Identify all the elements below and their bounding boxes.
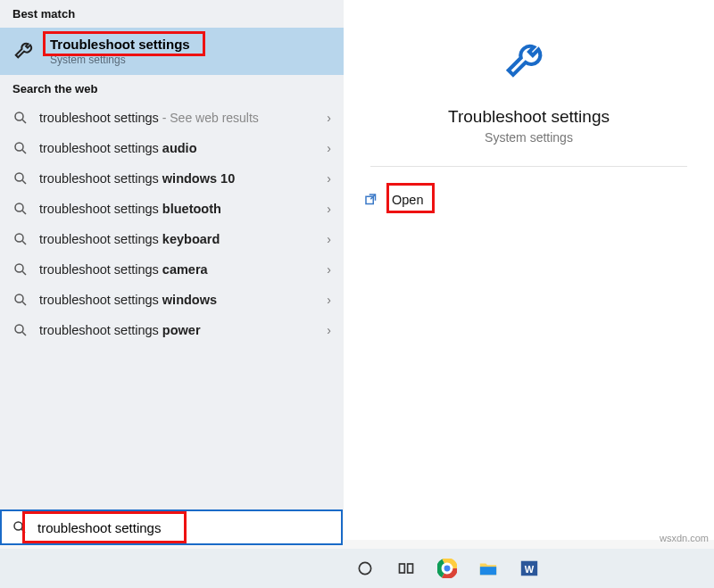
search-icon	[12, 110, 29, 126]
svg-rect-12	[408, 564, 413, 573]
web-result-label: troubleshoot settings bluetooth	[39, 202, 320, 216]
web-result-item[interactable]: troubleshoot settings bluetooth ›	[0, 194, 344, 224]
svg-point-10	[359, 562, 370, 574]
search-icon	[12, 201, 29, 217]
chevron-right-icon: ›	[327, 171, 331, 186]
web-result-label: troubleshoot settings audio	[39, 141, 320, 155]
svg-text:W: W	[525, 564, 535, 575]
wrench-icon	[502, 36, 557, 91]
file-explorer-icon[interactable]	[478, 559, 498, 578]
web-result-label: troubleshoot settings keyboard	[39, 232, 320, 246]
web-result-item[interactable]: troubleshoot settings windows 10 ›	[0, 163, 344, 194]
search-icon	[12, 261, 29, 277]
web-result-item[interactable]: troubleshoot settings keyboard ›	[0, 224, 344, 254]
preview-title: Troubleshoot settings	[344, 107, 714, 127]
watermark: wsxdn.com	[660, 533, 709, 543]
search-web-header: Search the web	[0, 75, 344, 103]
svg-point-0	[15, 112, 23, 120]
search-icon	[12, 292, 29, 308]
web-result-label: troubleshoot settings windows	[39, 293, 320, 307]
web-result-label: troubleshoot settings camera	[39, 262, 320, 277]
wrench-icon	[12, 38, 39, 65]
web-result-label: troubleshoot settings windows 10	[39, 171, 320, 186]
search-icon	[12, 140, 29, 156]
svg-point-7	[15, 325, 23, 333]
svg-point-6	[15, 294, 23, 302]
web-result-item[interactable]: troubleshoot settings camera ›	[0, 254, 344, 285]
web-result-item[interactable]: troubleshoot settings audio ›	[0, 133, 344, 163]
taskbar: W	[0, 549, 714, 588]
svg-point-3	[15, 203, 23, 211]
best-match-header: Best match	[0, 0, 344, 28]
chevron-right-icon: ›	[327, 202, 331, 216]
chevron-right-icon: ›	[327, 111, 331, 125]
svg-point-5	[15, 264, 23, 272]
web-result-item[interactable]: troubleshoot settings windows ›	[0, 285, 344, 315]
web-result-item[interactable]: troubleshoot settings power ›	[0, 315, 344, 345]
open-action[interactable]: Open	[344, 188, 714, 211]
chevron-right-icon: ›	[327, 293, 331, 307]
word-icon[interactable]: W	[519, 559, 539, 578]
svg-point-9	[14, 522, 22, 530]
chevron-right-icon: ›	[327, 323, 331, 337]
svg-point-4	[15, 234, 23, 242]
result-preview-panel: Troubleshoot settings System settings Op…	[344, 0, 714, 540]
svg-rect-11	[400, 564, 405, 573]
task-view-icon[interactable]	[396, 559, 416, 578]
chevron-right-icon: ›	[327, 141, 331, 155]
search-icon	[12, 170, 29, 186]
divider	[370, 166, 687, 167]
annotation-highlight	[43, 31, 205, 56]
search-results-panel: Best match Troubleshoot settings System …	[0, 0, 344, 540]
chevron-right-icon: ›	[327, 232, 331, 246]
search-icon	[12, 231, 29, 247]
annotation-highlight	[22, 511, 187, 543]
preview-subtitle: System settings	[344, 130, 714, 145]
web-result-item[interactable]: troubleshoot settings - See web results …	[0, 103, 344, 133]
web-result-label: troubleshoot settings power	[39, 323, 320, 337]
annotation-highlight	[386, 183, 435, 213]
cortana-icon[interactable]	[355, 559, 375, 578]
svg-point-2	[15, 173, 23, 181]
open-icon	[363, 192, 379, 208]
web-result-label: troubleshoot settings - See web results	[39, 111, 320, 125]
chrome-icon[interactable]	[437, 559, 457, 578]
chevron-right-icon: ›	[327, 262, 331, 277]
svg-point-1	[15, 143, 23, 151]
svg-rect-19	[480, 567, 496, 575]
search-icon	[12, 322, 29, 338]
best-match-result[interactable]: Troubleshoot settings System settings	[0, 28, 344, 75]
